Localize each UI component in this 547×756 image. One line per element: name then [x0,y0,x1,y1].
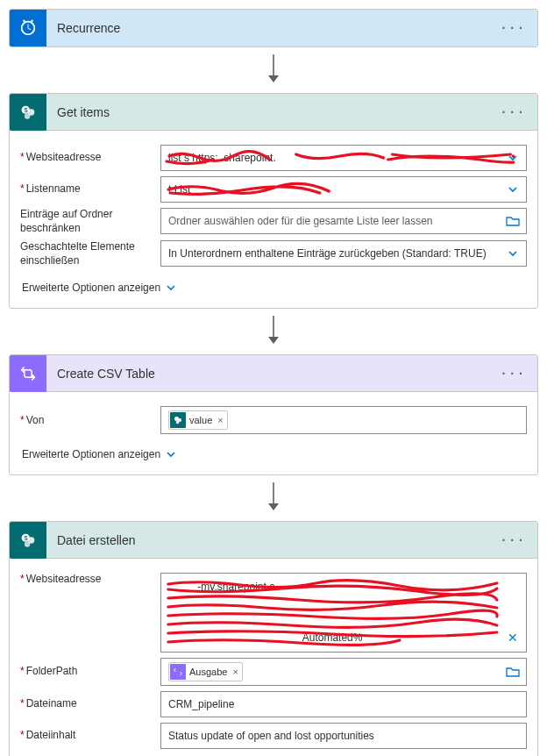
site-address-dropdown[interactable]: list s https: .sharepoint. [160,145,527,171]
clock-icon [10,10,46,46]
nested-label: Geschachtelte Elemente einschließen [20,240,160,267]
arrow-connector [9,53,538,84]
recurrence-header[interactable]: Recurrence · · · [10,10,537,46]
svg-point-1 [31,20,32,22]
folder-icon[interactable] [500,659,526,685]
create-csv-header[interactable]: Create CSV Table · · · [10,355,537,392]
svg-text:S: S [24,535,28,541]
chevron-down-icon[interactable] [500,146,526,170]
from-label: Von [20,414,160,428]
ellipsis-icon[interactable]: · · · [495,363,530,384]
create-file-header[interactable]: S Datei erstellen · · · [10,522,537,559]
sharepoint-icon: S [10,522,46,559]
file-name-label: Dateiname [20,697,160,711]
ellipsis-icon[interactable]: · · · [495,102,530,123]
data-operation-icon [170,664,186,680]
ellipsis-icon[interactable]: · · · [495,530,530,551]
folder-path-label: FolderPath [20,665,160,679]
get-items-header[interactable]: S Get items · · · [10,94,537,131]
chevron-down-icon [166,449,176,460]
recurrence-title: Recurrence [46,21,495,35]
sharepoint-icon: S [10,94,46,131]
svg-point-4 [25,113,30,118]
sharepoint-icon [170,412,186,428]
create-file-title: Datei erstellen [46,533,495,547]
nested-dropdown[interactable]: In Unterordnern enthaltene Einträge zurü… [160,240,527,267]
folder-icon[interactable] [500,209,526,233]
get-items-title: Get items [46,105,495,119]
arrow-connector [9,481,538,512]
svg-point-11 [25,541,30,546]
recurrence-card: Recurrence · · · [9,9,538,47]
arrow-connector [9,314,538,346]
list-name-label: Listenname [20,182,160,196]
svg-point-8 [176,421,180,424]
chevron-down-icon [166,282,176,293]
advanced-options-toggle[interactable]: Erweiterte Optionen anzeigen [20,278,178,297]
ellipsis-icon[interactable]: · · · [495,18,530,39]
get-items-card: S Get items · · · Websiteadresse list s … [9,93,538,309]
create-csv-title: Create CSV Table [46,367,495,381]
advanced-options-toggle[interactable]: Erweiterte Optionen anzeigen [20,445,178,464]
token-ausgabe[interactable]: Ausgabe × [168,662,243,681]
chevron-down-icon[interactable] [500,177,526,202]
create-file-card: S Datei erstellen · · · Websiteadresse -… [9,521,538,756]
file-name-input[interactable]: CRM_pipeline [160,691,527,717]
create-csv-card: Create CSV Table · · · Von value × Erwei… [9,354,538,475]
file-content-input[interactable]: Status update of open and lost opportuni… [160,723,527,749]
list-name-dropdown[interactable]: t List [160,176,527,203]
limit-folder-label: Einträge auf Ordner beschränken [20,208,160,235]
site-address-input[interactable]: -my.sharepoint.c Automated% ✕ [160,573,527,653]
clear-icon[interactable]: ✕ [500,627,526,648]
token-remove-icon[interactable]: × [217,415,223,425]
chevron-down-icon[interactable] [500,241,526,266]
svg-text:S: S [24,107,28,113]
site-address-label: Websiteadresse [20,573,160,587]
file-content-label: Dateiinhalt [20,729,160,743]
svg-point-0 [23,20,25,22]
token-value[interactable]: value × [168,410,228,430]
token-remove-icon[interactable]: × [232,667,238,677]
from-input[interactable]: value × [160,406,527,434]
data-operation-icon [10,355,46,392]
site-address-label: Websiteadresse [20,151,160,165]
limit-folder-picker[interactable]: Ordner auswählen oder für die gesamte Li… [160,208,527,234]
folder-path-input[interactable]: Ausgabe × [160,658,527,686]
